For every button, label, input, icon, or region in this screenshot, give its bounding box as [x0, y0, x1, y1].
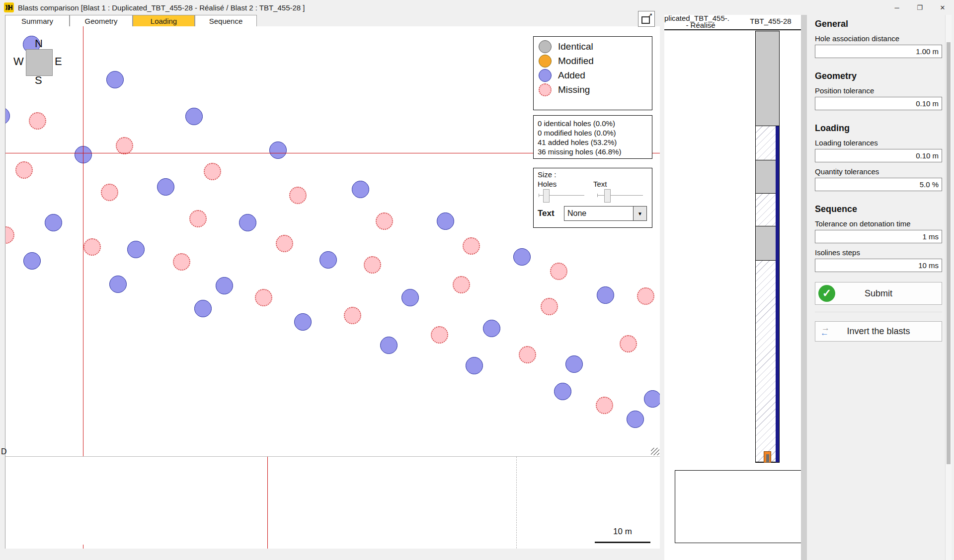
field-input[interactable]: 1 ms	[815, 230, 942, 243]
legend-item-missing: Missing	[539, 82, 652, 97]
missing-swatch-icon	[539, 83, 552, 96]
field-label: Hole association distance	[815, 34, 942, 43]
hole-missing[interactable]	[364, 256, 381, 274]
field-input[interactable]: 10 ms	[815, 259, 942, 272]
text-slider-handle[interactable]	[604, 189, 611, 203]
hole-added[interactable]	[157, 178, 174, 196]
chevron-down-icon[interactable]: ▼	[633, 207, 646, 220]
blast-plan-view[interactable]: N W E S IdenticalModifiedAddedMissing 0 …	[5, 26, 660, 549]
hole-added[interactable]	[106, 71, 124, 88]
field-input[interactable]: 1.00 m	[815, 45, 942, 58]
hole-missing[interactable]	[376, 212, 393, 230]
tab-strip: SummaryGeometryLoadingSequence	[5, 15, 257, 26]
expand-arrow-icon: ➚	[647, 11, 653, 19]
tab-loading[interactable]: Loading	[133, 15, 195, 26]
hole-missing[interactable]	[83, 238, 101, 256]
hole-missing[interactable]	[189, 210, 207, 227]
hole-missing[interactable]	[173, 253, 190, 271]
sidebar-scrollbar[interactable]	[945, 15, 952, 560]
hole-missing[interactable]	[453, 276, 470, 293]
hole-added[interactable]	[466, 357, 483, 374]
hole-added[interactable]	[554, 383, 571, 400]
hole-added[interactable]	[644, 390, 660, 408]
hole-missing[interactable]	[116, 137, 133, 154]
stats-line: 41 added holes (53.2%)	[538, 138, 648, 147]
hole-added[interactable]	[627, 411, 644, 428]
blast1-column-subheader: - Réalisé	[664, 21, 737, 29]
holes-size-slider[interactable]	[539, 195, 584, 196]
hole-missing[interactable]	[5, 226, 14, 244]
hole-missing[interactable]	[255, 289, 272, 306]
hole-missing[interactable]	[637, 287, 654, 305]
stats-line: 36 missing holes (46.8%)	[538, 147, 648, 156]
submit-button[interactable]: ✓ Submit	[815, 282, 942, 305]
hole-missing[interactable]	[29, 112, 46, 130]
panel-splitter[interactable]	[801, 15, 807, 560]
legend-item-identical: Identical	[539, 39, 652, 54]
hole-added[interactable]	[5, 107, 10, 125]
hole-added[interactable]	[597, 286, 614, 304]
hole-added[interactable]	[483, 320, 500, 337]
hole-added[interactable]	[352, 181, 369, 198]
hole-missing[interactable]	[276, 235, 293, 252]
close-button[interactable]: ✕	[931, 0, 954, 15]
field-input[interactable]: 0.10 m	[815, 97, 942, 110]
compass-north-label: N	[35, 37, 43, 50]
hole-missing[interactable]	[596, 397, 613, 414]
hole-missing[interactable]	[463, 237, 480, 255]
hole-added[interactable]	[194, 300, 212, 317]
tab-sequence[interactable]: Sequence	[195, 15, 257, 26]
hole-added[interactable]	[380, 337, 398, 354]
compass-east-label: E	[55, 55, 62, 68]
hole-added[interactable]	[239, 214, 256, 231]
section-red-tick	[83, 545, 83, 549]
hole-missing[interactable]	[15, 161, 33, 179]
minimize-button[interactable]: ─	[885, 0, 908, 15]
hole-added[interactable]	[269, 141, 287, 159]
expand-view-button[interactable]: ➚	[638, 11, 655, 27]
hole-added[interactable]	[109, 276, 127, 293]
hole-added[interactable]	[294, 313, 312, 331]
title-bar: Blasts comparison [Blast 1 : Duplicated_…	[0, 0, 954, 15]
legend-label: Added	[558, 70, 585, 81]
hole-missing[interactable]	[550, 263, 567, 280]
hole-added[interactable]	[23, 252, 41, 270]
settings-sidebar: GeneralHole association distance1.00 mGe…	[807, 15, 954, 560]
hole-missing[interactable]	[431, 326, 448, 344]
hole-comparison-panel: plicated_TBT_455-. - Réalisé TBT_455-28	[664, 15, 801, 560]
holes-slider-handle[interactable]	[543, 189, 550, 203]
hole-added[interactable]	[401, 289, 419, 306]
hole-loading-column[interactable]	[755, 31, 780, 463]
hole-added[interactable]	[513, 248, 531, 266]
field-input[interactable]: 5.0 %	[815, 178, 942, 191]
stats-box: 0 identical holes (0.0%)0 modified holes…	[533, 115, 652, 159]
maximize-button[interactable]: ❐	[908, 0, 931, 15]
holes-slider-label: Holes	[538, 180, 593, 188]
compass-south-label: S	[35, 74, 42, 87]
hole-added[interactable]	[319, 251, 337, 269]
blast2-column-header: TBT_455-28	[743, 17, 798, 25]
hole-added[interactable]	[437, 212, 454, 230]
field-input[interactable]: 0.10 m	[815, 149, 942, 162]
invert-blasts-button[interactable]: → ← Invert the blasts	[815, 321, 942, 342]
hole-added[interactable]	[185, 108, 203, 125]
section-dashed-line	[516, 457, 517, 549]
hole-missing[interactable]	[204, 163, 221, 180]
hole-missing[interactable]	[519, 346, 536, 363]
hole-added[interactable]	[127, 241, 145, 258]
hole-missing[interactable]	[101, 184, 118, 201]
hole-added[interactable]	[565, 355, 583, 373]
hole-added[interactable]	[216, 277, 233, 294]
hole-missing[interactable]	[344, 307, 361, 324]
resize-grip-icon[interactable]	[651, 448, 659, 455]
tab-geometry[interactable]: Geometry	[70, 15, 133, 26]
text-size-slider[interactable]	[597, 195, 643, 196]
text-dropdown[interactable]: None ▼	[564, 206, 647, 221]
hole-missing[interactable]	[289, 187, 307, 204]
stats-line: 0 identical holes (0.0%)	[538, 119, 648, 128]
hole-added[interactable]	[45, 214, 62, 231]
scrollbar-thumb[interactable]	[947, 42, 951, 464]
hole-missing[interactable]	[620, 335, 637, 352]
tab-summary[interactable]: Summary	[5, 15, 70, 26]
hole-missing[interactable]	[541, 298, 558, 315]
